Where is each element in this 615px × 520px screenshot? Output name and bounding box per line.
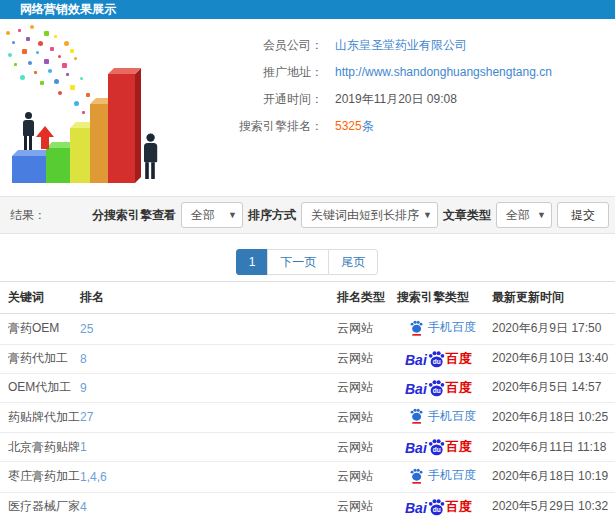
up-arrow-icon [36, 126, 54, 149]
rank-type-cell: 云网站 [337, 351, 373, 365]
company-label: 会员公司： [195, 36, 323, 54]
baidu-paw-icon: du [427, 499, 446, 516]
updated-cell: 2020年6月5日 14:57 [492, 380, 601, 394]
rank-link[interactable]: 9 [80, 381, 87, 395]
table-row: 膏药OEM25云网站 手机百度2020年6月9日 17:50 [0, 314, 615, 345]
table-row: 枣庄膏药加工1,4,6云网站 手机百度2020年6月18日 10:19 [0, 462, 615, 493]
table-row: OEM代加工9云网站Bai du百度2020年6月5日 14:57 [0, 373, 615, 402]
rank-link[interactable]: 27 [80, 410, 93, 424]
svg-text:du: du [432, 387, 440, 394]
mobile-baidu-paw-icon [409, 408, 424, 424]
baidu-logo: Bai du百度 [397, 379, 472, 397]
table-row: 医疗器械厂家4云网站Bai du百度2020年5月29日 10:32 [0, 492, 615, 520]
illustration-bar-blue [12, 156, 46, 183]
rank-link[interactable]: 1,4,6 [80, 470, 107, 484]
pagination-next[interactable]: 下一页 [267, 249, 329, 275]
baidu-logo-cn: 百度 [446, 498, 472, 516]
article-type-select[interactable]: 全部 ▼ [496, 202, 552, 228]
illustration-bar-red [108, 74, 135, 183]
illustration-bar-green [46, 148, 72, 183]
rank-type-cell: 云网站 [337, 469, 373, 483]
page: 网络营销效果展示 会员公司： 山东皇圣堂药业有限公司 推广地址： http://… [0, 0, 615, 520]
info-row-rank-count: 搜索引擎排名： 5325条 [195, 117, 615, 135]
table-header-row: 关键词 排名 排名类型 搜索引擎类型 最新更新时间 [0, 282, 615, 314]
businessman-figure-right [140, 133, 159, 179]
baidu-paw-icon: du [427, 380, 446, 397]
baidu-logo: Bai du百度 [397, 438, 472, 456]
updated-cell: 2020年6月9日 17:50 [492, 321, 601, 335]
col-header-engine-type: 搜索引擎类型 [397, 282, 492, 314]
baidu-logo-bai: Bai [405, 500, 427, 516]
company-name-link[interactable]: 山东皇圣堂药业有限公司 [335, 36, 467, 54]
baidu-logo-cn: 百度 [446, 438, 472, 456]
mobile-baidu-paw-icon [409, 320, 424, 336]
businessman-figure-left [20, 112, 36, 150]
mobile-baidu-label: 手机百度 [428, 319, 476, 336]
mobile-baidu-paw-icon [409, 468, 424, 484]
chevron-down-icon: ▼ [423, 203, 432, 227]
rank-link[interactable]: 25 [80, 322, 93, 336]
engine-select[interactable]: 全部 ▼ [181, 202, 243, 228]
mobile-baidu-badge: 手机百度 [397, 467, 476, 484]
keyword-cell: 枣庄膏药加工 [8, 469, 80, 483]
pagination: 1 下一页 尾页 [0, 249, 615, 275]
company-info-list: 会员公司： 山东皇圣堂药业有限公司 推广地址： http://www.shand… [195, 19, 615, 191]
updated-cell: 2020年6月18日 10:19 [492, 469, 608, 483]
result-label: 结果： [10, 207, 46, 224]
baidu-logo-bai: Bai [405, 440, 427, 456]
info-row-url: 推广地址： http://www.shandonghuangshengtang.… [195, 63, 615, 81]
baidu-paw-icon: du [427, 351, 446, 368]
keyword-cell: 医疗器械厂家 [8, 499, 80, 513]
rank-type-cell: 云网站 [337, 499, 373, 513]
mobile-baidu-label: 手机百度 [428, 467, 476, 484]
promo-url-label: 推广地址： [195, 63, 323, 81]
keyword-cell: 药贴牌代加工 [8, 410, 80, 424]
engine-select-value: 全部 [191, 208, 215, 222]
mobile-baidu-badge: 手机百度 [397, 319, 476, 336]
keyword-cell: 膏药OEM [8, 321, 59, 335]
promo-url-link[interactable]: http://www.shandonghuangshengtang.cn [335, 63, 552, 81]
col-header-rank-type: 排名类型 [337, 282, 397, 314]
pagination-page-1[interactable]: 1 [236, 249, 269, 275]
page-title: 网络营销效果展示 [20, 2, 116, 16]
sort-select[interactable]: 关键词由短到长排序 ▼ [301, 202, 438, 228]
svg-text:du: du [432, 446, 440, 453]
table-row: 药贴牌代加工27云网站 手机百度2020年6月18日 10:25 [0, 402, 615, 433]
rank-link[interactable]: 4 [80, 500, 87, 514]
pagination-last[interactable]: 尾页 [328, 249, 378, 275]
engine-filter-label: 分搜索引擎查看 [92, 207, 176, 224]
updated-cell: 2020年5月29日 10:32 [492, 499, 608, 513]
filter-bar: 结果： 分搜索引擎查看 全部 ▼ 排序方式 关键词由短到长排序 ▼ 文章类型 全… [0, 196, 615, 234]
col-header-keyword: 关键词 [0, 282, 80, 314]
col-header-updated: 最新更新时间 [492, 282, 615, 314]
table-row: 北京膏药贴牌1云网站Bai du百度2020年6月11日 11:18 [0, 433, 615, 462]
open-time-value: 2019年11月20日 09:08 [335, 90, 457, 108]
page-header: 网络营销效果展示 [0, 0, 615, 19]
rank-count-number: 5325 [335, 119, 362, 133]
updated-cell: 2020年6月18日 10:25 [492, 410, 608, 424]
article-type-select-value: 全部 [506, 208, 530, 222]
col-header-rank: 排名 [80, 282, 337, 314]
baidu-logo: Bai du百度 [397, 498, 472, 516]
rank-type-cell: 云网站 [337, 380, 373, 394]
bar-chart-illustration [0, 19, 195, 191]
updated-cell: 2020年6月10日 13:40 [492, 351, 608, 365]
rank-type-cell: 云网站 [337, 440, 373, 454]
info-row-open-time: 开通时间： 2019年11月20日 09:08 [195, 90, 615, 108]
rank-link[interactable]: 1 [80, 440, 87, 454]
rank-type-cell: 云网站 [337, 321, 373, 335]
chevron-down-icon: ▼ [228, 203, 237, 227]
rank-type-cell: 云网站 [337, 410, 373, 424]
chevron-down-icon: ▼ [537, 203, 546, 227]
sort-select-value: 关键词由短到长排序 [311, 208, 419, 222]
article-type-label: 文章类型 [443, 207, 491, 224]
rank-count-suffix: 条 [362, 119, 374, 133]
keyword-cell: 北京膏药贴牌 [8, 440, 80, 454]
rank-count-value: 5325条 [335, 117, 374, 135]
baidu-paw-icon: du [427, 439, 446, 456]
results-table: 关键词 排名 排名类型 搜索引擎类型 最新更新时间 膏药OEM25云网站 手机百… [0, 281, 615, 520]
baidu-logo-cn: 百度 [446, 350, 472, 368]
submit-button[interactable]: 提交 [557, 202, 609, 228]
rank-link[interactable]: 8 [80, 352, 87, 366]
open-time-label: 开通时间： [195, 90, 323, 108]
